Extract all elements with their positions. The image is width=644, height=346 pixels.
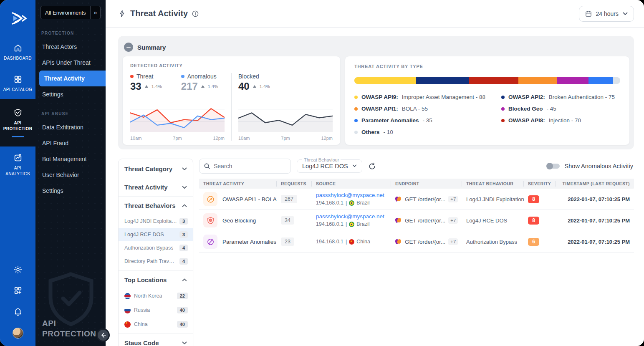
column-header-severity[interactable]: SEVERITY	[524, 179, 556, 189]
column-header-timestamp[interactable]: TIMESTAMP (LAST REQUEST)	[556, 179, 634, 189]
collapse-summary-button[interactable]	[124, 43, 133, 52]
chevron-up-icon	[182, 204, 187, 207]
column-header-endpoint[interactable]: ENDPOINT	[391, 179, 462, 189]
rail-item-dashboard[interactable]: DASHBOARD	[0, 37, 35, 68]
threat-by-type-card: THREAT ACTIVITY BY TYPE OWASP API9: Impr…	[345, 56, 630, 145]
bolt-icon	[118, 10, 126, 18]
threat-by-type-label: THREAT ACTIVITY BY TYPE	[354, 64, 620, 69]
sidebar-item-threat-activity[interactable]: Threat Activity	[39, 71, 106, 86]
search-icon	[204, 163, 210, 169]
x-tick: 7pm	[173, 136, 182, 141]
filter-item-authorization-bypass[interactable]: Authorization Bypass 4	[119, 241, 193, 255]
count-badge: 40	[177, 321, 188, 328]
sidebar-item-settings-protection[interactable]: Settings	[35, 86, 106, 102]
filter-header-status-code[interactable]: Staus Code	[119, 334, 193, 346]
flag-china-icon	[124, 321, 131, 328]
threat-anomalous-group: Threat 33 1.4%	[130, 73, 225, 141]
filter-header-threat-behaviors[interactable]: Threat Behaviors	[119, 197, 193, 215]
x-tick: 10am	[130, 136, 142, 141]
threat-anomalous-line-chart	[130, 96, 225, 135]
rail-item-api-analytics[interactable]: API ANALYTICS	[0, 146, 35, 183]
sidebar-item-api-fraud[interactable]: API Fraud	[35, 135, 106, 151]
column-header-threat-behaviour[interactable]: THREAT BEHAVIOUR	[462, 179, 524, 189]
gear-icon[interactable]	[13, 265, 23, 274]
threat-stat: Threat 33 1.4%	[130, 73, 162, 96]
search-input[interactable]	[199, 159, 291, 174]
filter-item-directory-path-traversal[interactable]: Directory Path Traversal 4	[119, 255, 193, 270]
filter-item-log4j-jndi[interactable]: Log4J JNDI Exploitation 3	[119, 215, 193, 228]
prohibited-icon	[203, 235, 217, 249]
show-anomalous-toggle[interactable]	[547, 164, 560, 169]
bell-icon[interactable]	[13, 307, 23, 316]
endpoint-more-badge[interactable]: +7	[448, 217, 458, 224]
environment-expand-icon[interactable]: »	[90, 6, 100, 19]
sidebar-item-user-behavior[interactable]: User Behavior	[35, 167, 106, 183]
endpoint-more-badge[interactable]: +7	[448, 238, 458, 245]
sidebar-item-threat-actors[interactable]: Threat Actors	[35, 39, 106, 55]
anomalous-dot	[181, 75, 184, 78]
filter-item-russia[interactable]: Russia 40	[119, 303, 193, 317]
x-tick: 10am	[238, 136, 250, 141]
blocked-stat: Blocked 40 1.4%	[238, 73, 270, 96]
trend-up-icon	[253, 85, 256, 88]
time-range-dropdown[interactable]: 24 hours	[579, 6, 634, 22]
threat-behaviour-select[interactable]: Threat Behaviour Log4J RCE DOS	[297, 157, 362, 173]
rail-item-api-protection[interactable]: API PROTECTION	[0, 99, 35, 146]
filter-header-top-locations[interactable]: Top Locations	[119, 271, 193, 289]
add-widget-icon[interactable]	[13, 286, 23, 295]
timestamp-value: 2022-01-07, 07:10:25 PM	[568, 217, 630, 224]
legend-dot	[501, 107, 505, 111]
rail-spacer	[0, 183, 35, 265]
active-indicator	[12, 136, 24, 137]
content-row: Threat Category Threat Activity Threat B…	[118, 159, 634, 346]
source-email-link[interactable]: passshylock@myspace.net	[316, 213, 387, 220]
legend-dot	[354, 131, 358, 134]
filter-item-china[interactable]: China 40	[119, 317, 193, 333]
trend-up-icon	[145, 85, 148, 88]
info-icon[interactable]	[192, 10, 199, 17]
sidebar-item-bot-management[interactable]: Bot Management	[35, 151, 106, 167]
blocked-group: Blocked 40 1.4%	[238, 73, 333, 141]
x-tick: 7pm	[281, 136, 290, 141]
column-header-threat-activity[interactable]: THREAT ACTIVITY	[199, 179, 277, 189]
environment-selector[interactable]: All Environments »	[40, 6, 101, 19]
table-row[interactable]: OWASP API1 - BOLA 267 passshylock@myspac…	[199, 189, 634, 210]
brand-logo-icon	[9, 10, 27, 26]
sidebar-item-apis-under-threat[interactable]: APIs Under Threat	[35, 55, 106, 71]
reset-icon	[368, 162, 376, 170]
brand-logo[interactable]	[0, 0, 35, 37]
threat-dot	[130, 75, 134, 78]
count-badge: 40	[177, 307, 188, 313]
flag-russia-icon	[124, 307, 131, 313]
endpoint-more-badge[interactable]: +7	[448, 196, 458, 202]
anomalous-stat-value: 217	[181, 81, 198, 92]
column-header-source[interactable]: SOURCE	[312, 179, 391, 189]
sidebar-item-data-exfiltration[interactable]: Data Exfiltration	[35, 119, 106, 135]
filter-item-north-korea[interactable]: North Korea 22	[119, 289, 193, 303]
filter-item-log4j-rce-dos[interactable]: Log4J RCE DOS 3	[119, 228, 193, 241]
table-header: THREAT ACTIVITY REQUESTS SOURCE ENDPOINT…	[199, 179, 634, 189]
requests-badge: 267	[281, 195, 297, 203]
bar-segment	[518, 77, 557, 84]
source-email-link[interactable]: passshylock@myspace.net	[316, 192, 387, 199]
x-tick: 12pm	[213, 136, 225, 141]
filter-header-threat-category[interactable]: Threat Category	[119, 160, 193, 178]
reset-filters-button[interactable]	[368, 162, 376, 170]
x-axis-labels: 10am 7pm 12pm	[238, 136, 333, 141]
filter-group-threat-activity: Threat Activity	[119, 178, 193, 197]
filter-header-threat-activity[interactable]: Threat Activity	[119, 178, 193, 196]
table-row[interactable]: Geo Blocking 34 passshylock@myspace.net …	[199, 210, 634, 231]
legend-column-1: OWASP API9: Improper Asset Management - …	[354, 94, 498, 135]
table-row[interactable]: Parameter Anomalies 23 194.168.0.1| Chin…	[199, 231, 634, 253]
rail-item-api-catalog[interactable]: API CATALOG	[0, 68, 35, 99]
blocked-stat-value: 40	[238, 81, 250, 92]
rail-item-label: API ANALYTICS	[2, 165, 34, 177]
rail-item-label: API CATALOG	[3, 87, 33, 93]
stats-row: Threat 33 1.4%	[130, 73, 225, 96]
threat-activity-name: Parameter Anomalies	[222, 239, 276, 245]
sidebar-item-settings-abuse[interactable]: Settings	[35, 183, 106, 199]
user-avatar[interactable]	[13, 328, 23, 338]
sidebar-collapse-button[interactable]	[96, 328, 110, 342]
timestamp-value: 2022-01-07, 07:10:25 PM	[568, 196, 630, 202]
column-header-requests[interactable]: REQUESTS	[277, 179, 312, 189]
